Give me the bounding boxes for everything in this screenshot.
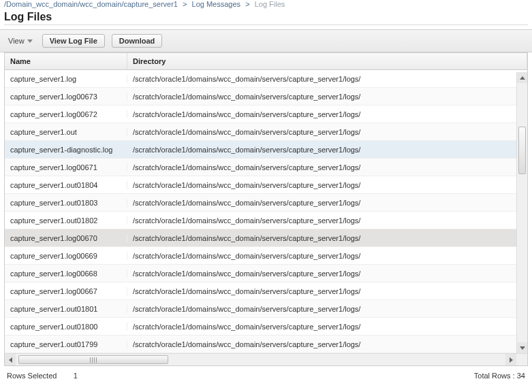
cell-directory: /scratch/oracle1/domains/wcc_domain/serv… (127, 128, 527, 136)
cell-name: capture_server1.log00667 (5, 287, 127, 295)
total-rows-value: 34 (517, 372, 525, 380)
horizontal-scroll-thumb[interactable] (18, 355, 168, 364)
cell-directory: /scratch/oracle1/domains/wcc_domain/serv… (127, 252, 527, 260)
cell-directory: /scratch/oracle1/domains/wcc_domain/serv… (127, 340, 527, 348)
cell-directory: /scratch/oracle1/domains/wcc_domain/serv… (127, 199, 527, 207)
vertical-scrollbar[interactable] (516, 72, 527, 353)
table-footer: Rows Selected 1 Total Rows : 34 (0, 366, 532, 382)
cell-name: capture_server1.out01803 (5, 199, 127, 207)
table-row[interactable]: capture_server1.log00671/scratch/oracle1… (5, 159, 527, 176)
cell-name: capture_server1.log00670 (5, 234, 127, 242)
breadcrumb-link[interactable]: Log Messages (192, 0, 241, 8)
cell-directory: /scratch/oracle1/domains/wcc_domain/serv… (127, 287, 527, 295)
cell-directory: /scratch/oracle1/domains/wcc_domain/serv… (127, 305, 527, 313)
cell-name: capture_server1.log (5, 75, 127, 83)
breadcrumb-current: Log Files (255, 0, 285, 8)
table-row[interactable]: capture_server1.log00668/scratch/oracle1… (5, 265, 527, 282)
cell-name: capture_server1.out01804 (5, 181, 127, 189)
cell-directory: /scratch/oracle1/domains/wcc_domain/serv… (127, 234, 527, 242)
cell-name: capture_server1.out01801 (5, 305, 127, 313)
cell-directory: /scratch/oracle1/domains/wcc_domain/serv… (127, 270, 527, 278)
table-row[interactable]: capture_server1.out01803/scratch/oracle1… (5, 194, 527, 212)
download-button[interactable]: Download (112, 34, 163, 48)
vertical-scroll-thumb[interactable] (518, 127, 526, 174)
column-header-name[interactable]: Name (5, 53, 127, 69)
table-body: capture_server1.log/scratch/oracle1/doma… (5, 70, 527, 353)
cell-directory: /scratch/oracle1/domains/wcc_domain/serv… (127, 323, 527, 331)
chevron-down-icon (27, 39, 33, 43)
scroll-down-arrow-icon[interactable] (517, 342, 527, 353)
view-menu-label: View (8, 37, 25, 45)
cell-name: capture_server1-diagnostic.log (5, 146, 127, 154)
breadcrumb-sep: > (180, 0, 189, 8)
horizontal-scrollbar[interactable] (5, 353, 527, 365)
cell-name: capture_server1.out01802 (5, 216, 127, 225)
cell-name: capture_server1.log00672 (5, 110, 127, 118)
scroll-left-arrow-icon[interactable] (5, 354, 16, 365)
cell-directory: /scratch/oracle1/domains/wcc_domain/serv… (127, 216, 527, 225)
cell-name: capture_server1.log00668 (5, 270, 127, 278)
cell-name: capture_server1.out01799 (5, 340, 127, 348)
view-log-file-button[interactable]: View Log File (42, 34, 105, 48)
table-row[interactable]: capture_server1.log00667/scratch/oracle1… (5, 282, 527, 300)
table-header: Name Directory (5, 53, 527, 70)
cell-directory: /scratch/oracle1/domains/wcc_domain/serv… (127, 93, 527, 101)
cell-directory: /scratch/oracle1/domains/wcc_domain/serv… (127, 146, 527, 154)
scroll-up-arrow-icon[interactable] (517, 72, 527, 83)
rows-selected-label: Rows Selected (7, 372, 57, 380)
toolbar: View View Log File Download (0, 29, 532, 52)
cell-name: capture_server1.out (5, 128, 127, 136)
view-menu[interactable]: View (5, 35, 35, 46)
cell-directory: /scratch/oracle1/domains/wcc_domain/serv… (127, 163, 527, 172)
table-row[interactable]: capture_server1.out01799/scratch/oracle1… (5, 336, 527, 353)
cell-name: capture_server1.log00671 (5, 163, 127, 172)
table-row[interactable]: capture_server1.out01801/scratch/oracle1… (5, 300, 527, 318)
rows-selected-count: 1 (74, 372, 78, 380)
cell-name: capture_server1.out01800 (5, 323, 127, 331)
table-row[interactable]: capture_server1.out/scratch/oracle1/doma… (5, 123, 527, 141)
breadcrumb: /Domain_wcc_domain/wcc_domain/capture_se… (0, 0, 532, 8)
table-row[interactable]: capture_server1.out01804/scratch/oracle1… (5, 176, 527, 194)
table-row[interactable]: capture_server1.out01800/scratch/oracle1… (5, 318, 527, 336)
table-row[interactable]: capture_server1.log/scratch/oracle1/doma… (5, 70, 527, 88)
cell-directory: /scratch/oracle1/domains/wcc_domain/serv… (127, 110, 527, 118)
page-title: Log Files (4, 11, 528, 25)
total-rows-label: Total Rows : (474, 372, 515, 380)
scroll-right-arrow-icon[interactable] (505, 354, 516, 365)
log-files-table: Name Directory capture_server1.log/scrat… (4, 52, 528, 366)
cell-directory: /scratch/oracle1/domains/wcc_domain/serv… (127, 75, 527, 83)
table-row[interactable]: capture_server1.out01802/scratch/oracle1… (5, 212, 527, 229)
breadcrumb-sep: > (242, 0, 252, 8)
table-row[interactable]: capture_server1-diagnostic.log/scratch/o… (5, 141, 527, 159)
table-row[interactable]: capture_server1.log00670/scratch/oracle1… (5, 229, 527, 247)
cell-name: capture_server1.log00669 (5, 252, 127, 260)
table-row[interactable]: capture_server1.log00672/scratch/oracle1… (5, 105, 527, 123)
column-header-directory[interactable]: Directory (127, 53, 527, 69)
cell-name: capture_server1.log00673 (5, 93, 127, 101)
table-row[interactable]: capture_server1.log00669/scratch/oracle1… (5, 247, 527, 265)
breadcrumb-link[interactable]: /Domain_wcc_domain/wcc_domain/capture_se… (4, 0, 178, 8)
table-row[interactable]: capture_server1.log00673/scratch/oracle1… (5, 88, 527, 105)
grip-icon (90, 357, 97, 363)
cell-directory: /scratch/oracle1/domains/wcc_domain/serv… (127, 181, 527, 189)
